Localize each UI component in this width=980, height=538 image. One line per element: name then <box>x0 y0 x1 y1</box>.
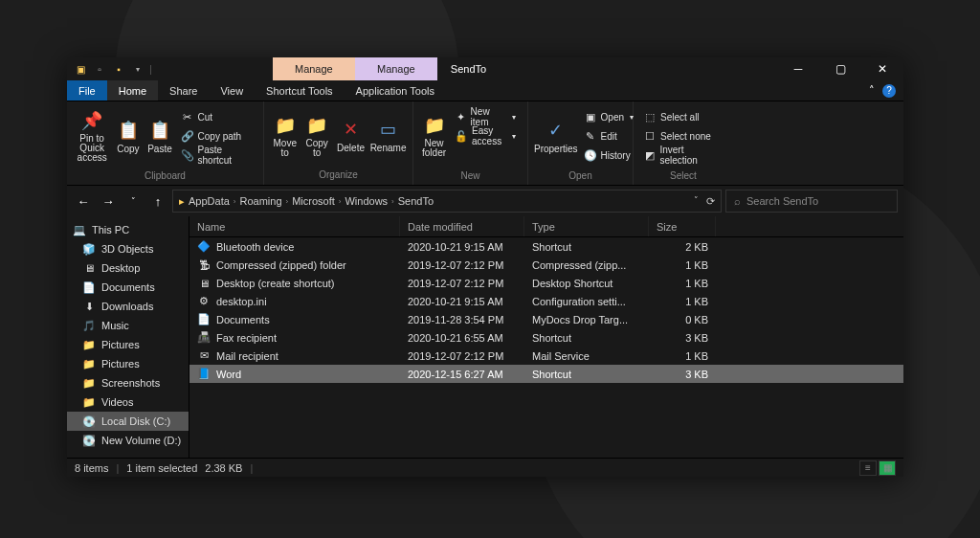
open-button[interactable]: ▣Open▾ <box>584 107 639 126</box>
new-item-button[interactable]: ✦New item▾ <box>455 107 522 126</box>
tree-item[interactable]: 💽Local Disk (C:) <box>67 412 189 431</box>
group-label-select: Select <box>634 170 733 185</box>
column-headers[interactable]: Name Date modified Type Size <box>189 216 903 237</box>
file-name: Compressed (zipped) folder <box>216 259 346 271</box>
select-none-button[interactable]: ☐Select none <box>643 126 727 146</box>
tree-label: This PC <box>92 224 129 235</box>
tree-item[interactable]: 📄Documents <box>67 278 189 297</box>
contextual-tabs: Manage Manage <box>273 57 437 80</box>
file-row[interactable]: 📘Word2020-12-15 6:27 AMShortcut3 KB <box>189 365 903 383</box>
file-row[interactable]: 📠Fax recipient2020-10-21 6:55 AMShortcut… <box>189 328 903 347</box>
copy-path-button[interactable]: 🔗Copy path <box>181 126 257 146</box>
tree-item[interactable]: 📁Videos <box>67 392 189 412</box>
file-size: 1 KB <box>649 350 716 362</box>
tree-item[interactable]: 💽New Volume (D:) <box>67 431 189 450</box>
details-view-button[interactable]: ≡ <box>859 460 877 476</box>
edit-button[interactable]: ✎Edit <box>584 126 639 146</box>
paste-button[interactable]: 📋Paste <box>145 119 174 154</box>
paste-shortcut-button[interactable]: 📎Paste shortcut <box>181 146 257 165</box>
tab-share[interactable]: Share <box>158 80 209 101</box>
file-size: 1 KB <box>649 296 716 307</box>
tree-icon: 🧊 <box>82 243 96 256</box>
help-icon[interactable]: ? <box>882 84 896 98</box>
move-to-button[interactable]: 📁Move to <box>270 114 300 158</box>
new-folder-button[interactable]: 📁New folder <box>419 114 449 158</box>
col-size[interactable]: Size <box>649 216 716 236</box>
new-doc-icon[interactable]: ▫ <box>92 61 107 77</box>
file-row[interactable]: 🖥Desktop (create shortcut)2019-12-07 2:1… <box>189 274 903 292</box>
file-size: 1 KB <box>649 278 716 289</box>
dropdown-icon[interactable]: ˅ <box>694 195 699 208</box>
crumb[interactable]: Windows <box>345 195 388 207</box>
crumb[interactable]: Roaming <box>239 195 281 207</box>
tree-item[interactable]: 💻This PC <box>67 220 189 239</box>
tree-icon: 📁 <box>82 339 96 351</box>
icons-view-button[interactable]: ▦ <box>879 460 896 476</box>
close-button[interactable]: ✕ <box>861 57 903 80</box>
pin-quick-access-button[interactable]: 📌Pin to Quick access <box>73 109 111 163</box>
tree-item[interactable]: 📁Screenshots <box>67 373 189 392</box>
recent-dropdown[interactable]: ˅ <box>122 191 144 212</box>
nav-tree[interactable]: 💻This PC🧊3D Objects🖥Desktop📄Documents⬇Do… <box>67 216 189 458</box>
collapse-ribbon-icon[interactable]: ˄ <box>869 84 875 97</box>
file-type: Shortcut <box>524 241 649 253</box>
delete-button[interactable]: ✕Delete <box>334 118 368 153</box>
minimize-button[interactable]: ─ <box>777 57 819 80</box>
tree-item[interactable]: 🎵Music <box>67 316 189 335</box>
tree-item[interactable]: 🖥Desktop <box>67 258 189 278</box>
tab-view[interactable]: View <box>209 80 255 101</box>
context-tab-app[interactable]: Manage <box>355 57 437 80</box>
tree-icon: ⬇ <box>82 301 96 313</box>
search-box[interactable]: ⌕ Search SendTo <box>725 190 898 213</box>
tab-shortcut-tools[interactable]: Shortcut Tools <box>255 80 345 101</box>
file-row[interactable]: 🗜Compressed (zipped) folder2019-12-07 2:… <box>189 256 903 274</box>
context-tab-shortcut[interactable]: Manage <box>273 57 355 80</box>
invert-selection-button[interactable]: ◩Invert selection <box>643 146 727 165</box>
easy-access-button[interactable]: 🔓Easy access▾ <box>455 126 522 146</box>
titlebar[interactable]: ▣ ▫ ▪ ▾ | Manage Manage SendTo ─ ▢ ✕ <box>67 57 903 80</box>
select-all-button[interactable]: ⬚Select all <box>643 107 727 126</box>
cut-button[interactable]: ✂Cut <box>181 107 257 126</box>
crumb[interactable]: AppData <box>189 195 230 207</box>
file-list[interactable]: Name Date modified Type Size 🔷Bluetooth … <box>189 216 903 458</box>
tab-home[interactable]: Home <box>107 80 158 101</box>
file-explorer-window: ▣ ▫ ▪ ▾ | Manage Manage SendTo ─ ▢ ✕ Fil… <box>67 57 903 477</box>
address-bar[interactable]: ▸ AppData› Roaming› Microsoft› Windows› … <box>172 190 722 213</box>
chevron-down-icon[interactable]: ▾ <box>130 61 145 77</box>
properties-button[interactable]: ✓Properties <box>534 119 578 154</box>
paste-icon: 📋 <box>146 119 173 142</box>
up-button[interactable]: ↑ <box>147 191 168 212</box>
back-button[interactable]: ← <box>73 191 94 212</box>
file-row[interactable]: 🔷Bluetooth device2020-10-21 9:15 AMShort… <box>189 237 903 256</box>
tab-app-tools[interactable]: Application Tools <box>345 80 446 101</box>
tree-item[interactable]: 🧊3D Objects <box>67 239 189 258</box>
col-date[interactable]: Date modified <box>400 216 524 236</box>
folder-small-icon[interactable]: ▪ <box>111 61 126 77</box>
refresh-icon[interactable]: ⟳ <box>706 195 715 208</box>
ribbon-collapse: ˄ ? <box>869 80 903 101</box>
copy-to-icon: 📁 <box>303 114 330 137</box>
file-name: Desktop (create shortcut) <box>216 278 335 289</box>
copy-button[interactable]: 📋Copy <box>113 119 143 154</box>
maximize-button[interactable]: ▢ <box>819 57 861 80</box>
checkmark-icon: ✓ <box>543 119 569 142</box>
file-name: Bluetooth device <box>216 241 294 253</box>
file-row[interactable]: ✉Mail recipient2019-12-07 2:12 PMMail Se… <box>189 347 903 365</box>
tree-item[interactable]: 📁Pictures <box>67 354 189 373</box>
file-row[interactable]: ⚙desktop.ini2020-10-21 9:15 AMConfigurat… <box>189 292 903 310</box>
file-row[interactable]: 📄Documents2019-11-28 3:54 PMMyDocs Drop … <box>189 310 903 328</box>
crumb[interactable]: Microsoft <box>292 195 335 207</box>
col-type[interactable]: Type <box>524 216 649 236</box>
forward-button[interactable]: → <box>98 191 119 212</box>
copy-to-button[interactable]: 📁Copy to <box>301 114 331 158</box>
tree-item[interactable]: 📁Pictures <box>67 335 189 354</box>
crumb[interactable]: SendTo <box>398 195 434 207</box>
tree-item[interactable]: ⬇Downloads <box>67 297 189 316</box>
tree-icon: 🖥 <box>82 262 96 274</box>
history-button[interactable]: 🕓History <box>584 146 639 165</box>
tab-file[interactable]: File <box>67 80 107 101</box>
col-name[interactable]: Name <box>189 216 400 236</box>
tree-icon: 💽 <box>82 435 96 447</box>
file-type: MyDocs Drop Targ... <box>524 314 649 325</box>
rename-button[interactable]: ▭Rename <box>369 118 407 153</box>
